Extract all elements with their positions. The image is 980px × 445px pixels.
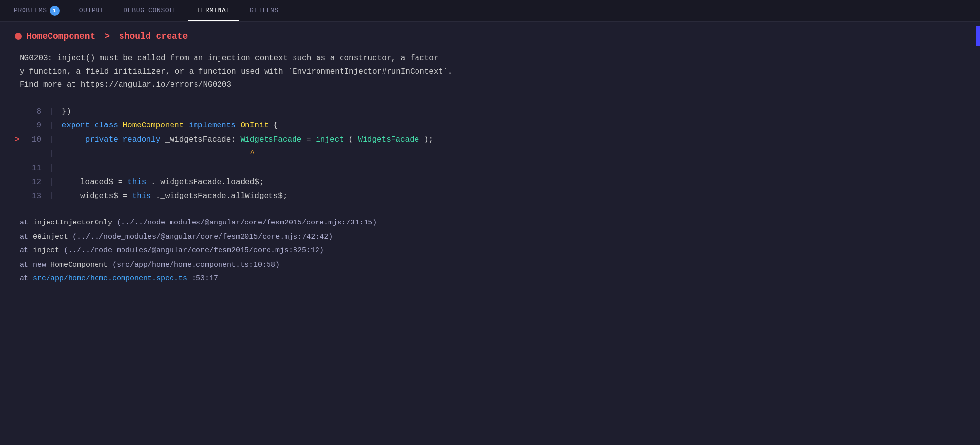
code-block: 8 | }) 9 | export class HomeComponent im… (15, 105, 965, 204)
line-pipe-12: | (49, 175, 54, 190)
line-indicator-11 (15, 161, 24, 175)
line-indicator-12 (15, 175, 24, 190)
line-number-13: 13 (24, 189, 49, 203)
line-pipe-11: | (49, 161, 54, 175)
code-line-12: 12 | loaded$ = this ._widgetsFacade.load… (15, 175, 965, 190)
error-dot (15, 33, 22, 40)
stack-func-4: HomeComponent (50, 261, 112, 269)
code-text-8: }) (62, 105, 71, 119)
code-line-9: 9 | export class HomeComponent implement… (15, 119, 965, 133)
stack-line-1: at injectInjectorOnly (../../node_module… (15, 216, 965, 230)
stack-at-3: at (20, 247, 33, 255)
stack-func-5: src/app/home/home.component.spec.ts (33, 274, 187, 283)
tab-terminal-label: TERMINAL (197, 7, 230, 14)
stack-at-2: at (20, 233, 33, 241)
terminal-content: HomeComponent > should create NG0203: in… (0, 22, 980, 445)
tab-terminal[interactable]: TERMINAL (188, 0, 239, 21)
stack-func-1: injectInjectorOnly (33, 219, 117, 227)
stack-file-4: (src/app/home/home.component.ts:10:58) (112, 261, 280, 269)
line-indicator-8 (15, 105, 24, 119)
component-name: HomeComponent (26, 31, 95, 41)
line-pipe-13: | (49, 189, 54, 203)
error-header: HomeComponent > should create (15, 31, 965, 41)
code-text-9: export class HomeComponent implements On… (62, 119, 278, 133)
line-indicator-ptr (15, 147, 24, 161)
error-title: HomeComponent > should create (26, 31, 188, 41)
error-message: NG0203: inject() must be called from an … (15, 52, 965, 92)
line-indicator-13 (15, 189, 24, 203)
stack-at-1: at (20, 219, 33, 227)
code-line-11: 11 | (15, 161, 965, 175)
stack-func-2: ɵɵinject (33, 233, 73, 241)
code-line-10: > 10 | private readonly _widgetsFacade: … (15, 133, 965, 147)
stack-line-5: at src/app/home/home.component.spec.ts :… (15, 272, 965, 286)
line-number-8: 8 (24, 105, 49, 119)
error-message-line3: Find more at https://angular.io/errors/N… (20, 80, 231, 89)
line-number-ptr (24, 147, 49, 161)
stack-line-2: at ɵɵinject (../../node_modules/@angular… (15, 230, 965, 245)
test-name: should create (119, 31, 188, 41)
line-pipe-10: | (49, 133, 54, 147)
stack-at-4: at new (20, 261, 50, 269)
stack-func-3: inject (33, 247, 64, 255)
line-number-11: 11 (24, 161, 49, 175)
line-indicator-10: > (15, 133, 24, 147)
error-message-line2: y function, a field initializer, or a fu… (20, 67, 452, 76)
line-indicator-9 (15, 119, 24, 133)
tab-output[interactable]: OUTPUT (71, 0, 113, 21)
tab-gitlens[interactable]: GITLENS (241, 0, 288, 21)
line-pipe-ptr: | (49, 147, 54, 161)
error-message-line1: NG0203: inject() must be called from an … (20, 54, 439, 63)
tab-debug-console[interactable]: DEBUG CONSOLE (115, 0, 186, 21)
tab-gitlens-label: GITLENS (250, 7, 279, 14)
panel-container: PROBLEMS 1 OUTPUT DEBUG CONSOLE TERMINAL… (0, 0, 980, 445)
code-text-12: loaded$ = this ._widgetsFacade.loaded$; (62, 175, 264, 190)
code-line-13: 13 | widgets$ = this ._widgetsFacade.all… (15, 189, 965, 203)
line-number-12: 12 (24, 175, 49, 190)
stack-line-3: at inject (../../node_modules/@angular/c… (15, 244, 965, 258)
line-number-10: 10 (24, 133, 49, 147)
line-pipe-8: | (49, 105, 54, 119)
stack-file-3: (../../node_modules/@angular/core/fesm20… (64, 247, 324, 255)
stack-file-1: (../../node_modules/@angular/core/fesm20… (117, 219, 377, 227)
stack-file-2: (../../node_modules/@angular/core/fesm20… (73, 233, 333, 241)
tab-output-label: OUTPUT (79, 7, 104, 14)
stack-line-4: at new HomeComponent (src/app/home/home.… (15, 258, 965, 272)
problems-badge: 1 (50, 6, 60, 16)
line-pipe-9: | (49, 119, 54, 133)
code-text-11 (62, 161, 67, 175)
stack-at-5: at (20, 274, 33, 283)
tab-problems-label: PROBLEMS (14, 7, 47, 14)
line-number-9: 9 (24, 119, 49, 133)
stack-file-5: :53:17 (192, 274, 218, 283)
scrollbar-indicator[interactable] (976, 26, 980, 46)
tab-bar: PROBLEMS 1 OUTPUT DEBUG CONSOLE TERMINAL… (0, 0, 980, 22)
stack-trace: at injectInjectorOnly (../../node_module… (15, 216, 965, 286)
tab-problems[interactable]: PROBLEMS 1 (5, 0, 69, 21)
code-line-8: 8 | }) (15, 105, 965, 119)
code-text-13: widgets$ = this ._widgetsFacade.allWidge… (62, 189, 288, 203)
code-text-10: private readonly _widgetsFacade: Widgets… (62, 133, 434, 147)
error-pointer-line: | ^ (15, 147, 965, 161)
separator: > (104, 31, 110, 41)
pointer-caret: ^ (62, 147, 255, 161)
tab-debug-console-label: DEBUG CONSOLE (123, 7, 177, 14)
